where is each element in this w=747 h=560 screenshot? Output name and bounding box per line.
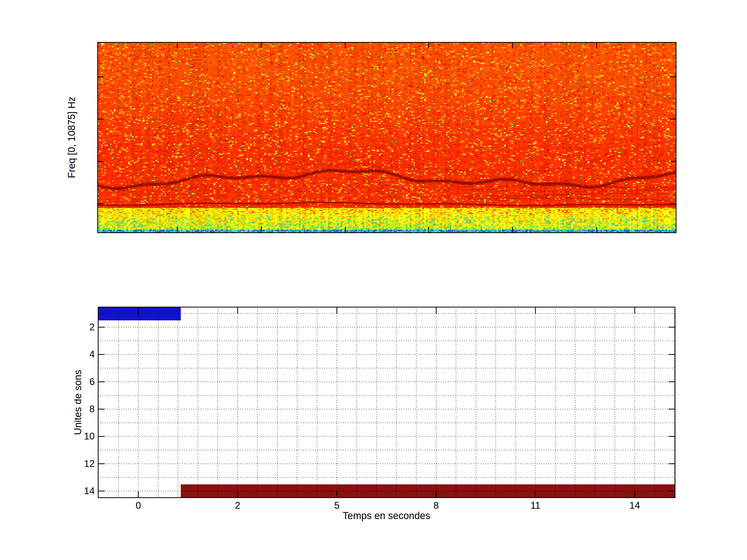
timeline-x-tick-label: 2 <box>220 501 256 510</box>
matlab-figure: Freq [0, 10875] Hz Unites de sons 025811… <box>0 0 747 560</box>
timeline-y-tick-label: 6 <box>58 377 95 387</box>
timeline-y-tick-label: 4 <box>58 349 95 359</box>
timeline-y-tick-label: 8 <box>58 404 95 414</box>
timeline-x-tick-label: 8 <box>418 501 455 510</box>
timeline-y-tick-label: 2 <box>58 322 95 332</box>
timeline-x-tick-label: 11 <box>517 501 553 510</box>
spectrogram-y-axis-label: Freq [0, 10875] Hz <box>66 97 77 178</box>
timeline-x-tick-label: 0 <box>120 501 156 510</box>
timeline-canvas <box>98 307 675 498</box>
timeline-x-tick-label: 5 <box>319 501 355 510</box>
spectrogram-canvas <box>97 42 676 233</box>
timeline-y-tick-label: 12 <box>58 459 95 469</box>
timeline-x-axis-label: Temps en secondes <box>343 510 430 522</box>
timeline-y-tick-label: 10 <box>58 431 95 441</box>
timeline-x-tick-label: 14 <box>617 501 653 510</box>
timeline-y-tick-label: 14 <box>58 486 95 496</box>
